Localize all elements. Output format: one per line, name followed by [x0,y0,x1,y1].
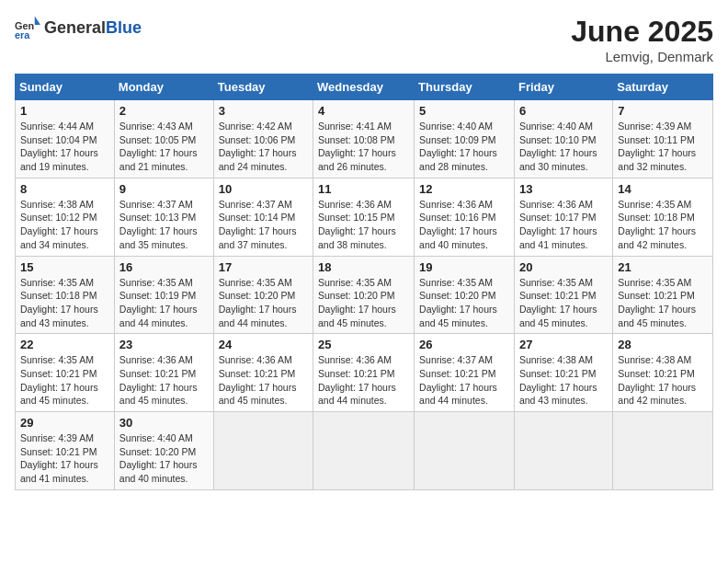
calendar-cell: 9 Sunrise: 4:37 AMSunset: 10:13 PMDaylig… [114,178,213,256]
day-number: 19 [419,260,509,274]
calendar-body: 1 Sunrise: 4:44 AMSunset: 10:04 PMDaylig… [16,100,713,490]
day-number: 16 [119,260,209,274]
month-year-title: June 2025 [571,15,713,49]
day-info: Sunrise: 4:37 AMSunset: 10:21 PMDaylight… [419,353,509,408]
calendar-cell: 4 Sunrise: 4:41 AMSunset: 10:08 PMDaylig… [313,100,415,178]
day-info: Sunrise: 4:35 AMSunset: 10:21 PMDaylight… [20,353,109,408]
day-info: Sunrise: 4:35 AMSunset: 10:20 PMDaylight… [318,276,409,330]
calendar-week-row: 15 Sunrise: 4:35 AMSunset: 10:18 PMDayli… [16,256,713,334]
day-number: 23 [119,338,209,351]
day-info: Sunrise: 4:35 AMSunset: 10:20 PMDaylight… [419,276,509,330]
day-info: Sunrise: 4:40 AMSunset: 10:09 PMDaylight… [419,120,509,174]
calendar-cell: 7 Sunrise: 4:39 AMSunset: 10:11 PMDaylig… [613,100,713,178]
weekday-header-cell: Friday [514,75,612,100]
day-number: 24 [219,338,308,351]
day-number: 17 [219,260,308,274]
day-number: 25 [318,338,409,351]
day-info: Sunrise: 4:44 AMSunset: 10:04 PMDaylight… [20,120,109,174]
day-number: 1 [20,104,109,118]
weekday-header-cell: Thursday [415,75,515,100]
weekday-header-cell: Tuesday [213,75,313,100]
logo-icon: Gen era [15,15,40,40]
day-number: 2 [119,104,209,118]
calendar-week-row: 8 Sunrise: 4:38 AMSunset: 10:12 PMDaylig… [16,178,713,256]
calendar-cell: 11 Sunrise: 4:36 AMSunset: 10:15 PMDayli… [313,178,415,256]
calendar-cell: 21 Sunrise: 4:35 AMSunset: 10:21 PMDayli… [613,256,713,334]
day-info: Sunrise: 4:35 AMSunset: 10:21 PMDaylight… [618,276,708,330]
weekday-header-cell: Monday [114,75,213,100]
day-info: Sunrise: 4:36 AMSunset: 10:16 PMDaylight… [419,198,509,252]
day-number: 3 [219,104,308,118]
logo-blue: Blue [106,18,142,38]
day-info: Sunrise: 4:39 AMSunset: 10:11 PMDaylight… [618,120,708,174]
calendar-cell: 18 Sunrise: 4:35 AMSunset: 10:20 PMDayli… [313,256,415,334]
calendar-cell: 23 Sunrise: 4:36 AMSunset: 10:21 PMDayli… [114,334,213,412]
page-header: Gen era GeneralBlue June 2025 Lemvig, De… [15,15,713,64]
day-number: 15 [20,260,109,274]
day-number: 10 [219,182,308,196]
day-info: Sunrise: 4:41 AMSunset: 10:08 PMDaylight… [318,120,409,174]
day-info: Sunrise: 4:38 AMSunset: 10:21 PMDaylight… [618,353,708,408]
day-number: 6 [519,104,608,118]
day-number: 13 [519,182,608,196]
calendar-cell: 28 Sunrise: 4:38 AMSunset: 10:21 PMDayli… [613,334,713,412]
calendar-week-row: 22 Sunrise: 4:35 AMSunset: 10:21 PMDayli… [16,334,713,412]
day-info: Sunrise: 4:35 AMSunset: 10:19 PMDaylight… [119,276,209,330]
day-number: 27 [519,338,608,351]
calendar-cell: 25 Sunrise: 4:36 AMSunset: 10:21 PMDayli… [313,334,415,412]
calendar-cell: 29 Sunrise: 4:39 AMSunset: 10:21 PMDayli… [16,412,115,490]
day-number: 9 [119,182,209,196]
calendar-cell: 13 Sunrise: 4:36 AMSunset: 10:17 PMDayli… [514,178,612,256]
day-info: Sunrise: 4:35 AMSunset: 10:20 PMDaylight… [219,276,308,330]
day-info: Sunrise: 4:36 AMSunset: 10:21 PMDaylight… [119,353,209,408]
weekday-header-row: SundayMondayTuesdayWednesdayThursdayFrid… [16,75,713,100]
day-number: 4 [318,104,409,118]
calendar-cell: 26 Sunrise: 4:37 AMSunset: 10:21 PMDayli… [415,334,515,412]
day-number: 11 [318,182,409,196]
day-info: Sunrise: 4:37 AMSunset: 10:13 PMDaylight… [119,198,209,252]
location-label: Lemvig, Denmark [571,49,713,64]
day-number: 30 [119,416,209,430]
day-info: Sunrise: 4:43 AMSunset: 10:05 PMDaylight… [119,120,209,174]
calendar-cell: 6 Sunrise: 4:40 AMSunset: 10:10 PMDaylig… [514,100,612,178]
day-number: 22 [20,338,109,351]
svg-marker-2 [35,17,40,25]
calendar-cell: 8 Sunrise: 4:38 AMSunset: 10:12 PMDaylig… [16,178,115,256]
day-info: Sunrise: 4:36 AMSunset: 10:21 PMDaylight… [219,353,308,408]
day-info: Sunrise: 4:35 AMSunset: 10:18 PMDaylight… [618,198,708,252]
day-info: Sunrise: 4:35 AMSunset: 10:21 PMDaylight… [519,276,608,330]
day-number: 29 [20,416,109,430]
calendar-cell: 1 Sunrise: 4:44 AMSunset: 10:04 PMDaylig… [16,100,115,178]
day-number: 28 [618,338,708,351]
calendar-cell: 30 Sunrise: 4:40 AMSunset: 10:20 PMDayli… [114,412,213,490]
calendar-cell: 15 Sunrise: 4:35 AMSunset: 10:18 PMDayli… [16,256,115,334]
calendar-cell: 19 Sunrise: 4:35 AMSunset: 10:20 PMDayli… [415,256,515,334]
weekday-header-cell: Saturday [613,75,713,100]
day-info: Sunrise: 4:37 AMSunset: 10:14 PMDaylight… [219,198,308,252]
logo-general: General [44,18,106,38]
calendar-cell: 10 Sunrise: 4:37 AMSunset: 10:14 PMDayli… [213,178,313,256]
logo-text: GeneralBlue [44,18,142,38]
day-info: Sunrise: 4:38 AMSunset: 10:21 PMDaylight… [519,353,608,408]
calendar-cell: 12 Sunrise: 4:36 AMSunset: 10:16 PMDayli… [415,178,515,256]
day-info: Sunrise: 4:35 AMSunset: 10:18 PMDaylight… [20,276,109,330]
day-number: 7 [618,104,708,118]
day-number: 14 [618,182,708,196]
calendar-week-row: 29 Sunrise: 4:39 AMSunset: 10:21 PMDayli… [16,412,713,490]
day-info: Sunrise: 4:40 AMSunset: 10:20 PMDaylight… [119,431,209,486]
day-info: Sunrise: 4:40 AMSunset: 10:10 PMDaylight… [519,120,608,174]
calendar-cell: 16 Sunrise: 4:35 AMSunset: 10:19 PMDayli… [114,256,213,334]
title-block: June 2025 Lemvig, Denmark [571,15,713,64]
calendar-cell [415,412,515,490]
calendar-cell [613,412,713,490]
day-number: 5 [419,104,509,118]
calendar-cell [514,412,612,490]
day-number: 20 [519,260,608,274]
calendar-week-row: 1 Sunrise: 4:44 AMSunset: 10:04 PMDaylig… [16,100,713,178]
day-number: 18 [318,260,409,274]
svg-text:era: era [15,29,30,40]
weekday-header-cell: Wednesday [313,75,415,100]
day-number: 21 [618,260,708,274]
calendar-cell: 2 Sunrise: 4:43 AMSunset: 10:05 PMDaylig… [114,100,213,178]
calendar-cell: 3 Sunrise: 4:42 AMSunset: 10:06 PMDaylig… [213,100,313,178]
